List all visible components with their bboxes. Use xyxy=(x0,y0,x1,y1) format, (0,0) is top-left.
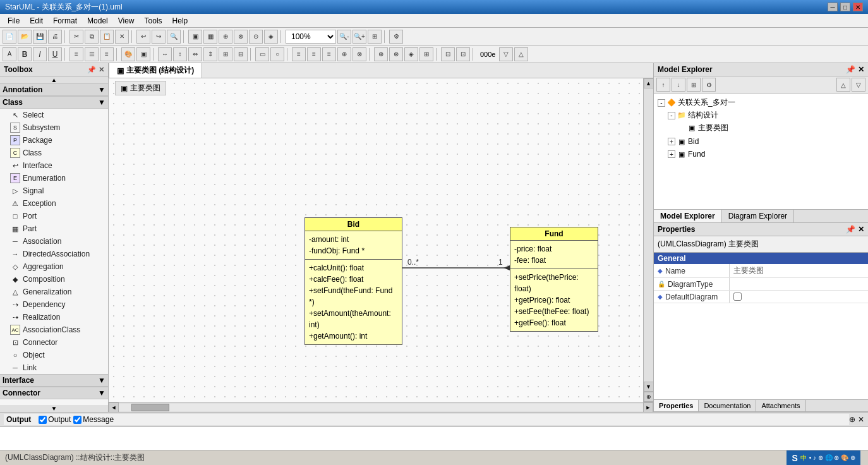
toolbox-item-signal[interactable]: ▷ Signal xyxy=(0,184,108,197)
menu-model[interactable]: Model xyxy=(82,14,113,28)
hscroll-thumb[interactable] xyxy=(131,404,169,411)
align-left[interactable]: ≡ xyxy=(69,47,83,61)
zoom-fit-button[interactable]: ⊞ xyxy=(368,30,382,44)
toolbox-item-association-class[interactable]: AC AssociationClass xyxy=(0,323,108,336)
diagram-tab-main[interactable]: ▣ 主要类图 (结构设计) xyxy=(109,63,202,78)
toolbox-close-icon[interactable]: ✕ xyxy=(99,66,104,74)
extra-btn10[interactable]: ⊡ xyxy=(441,47,455,61)
canvas-vscroll[interactable]: ▲ ▼ ⊕ xyxy=(643,78,653,402)
tree-row-diagram[interactable]: - ▣ 主要类图 xyxy=(677,122,865,134)
italic-button[interactable]: I xyxy=(33,47,47,61)
props-val-diagramtype[interactable] xyxy=(730,278,868,290)
zoom-in-button[interactable]: 🔍+ xyxy=(353,30,366,44)
toolbox-item-select[interactable]: ↖ Select xyxy=(0,109,108,121)
me-pin-icon[interactable]: 📌 xyxy=(846,65,855,74)
bold-button[interactable]: B xyxy=(18,47,32,61)
toolbox-item-object[interactable]: ○ Object xyxy=(0,349,108,361)
print-button[interactable]: 🖨 xyxy=(48,30,62,44)
me-down[interactable]: ▽ xyxy=(852,78,865,92)
props-checkbox-defaultdiagram[interactable] xyxy=(733,293,742,301)
toolbox-item-package[interactable]: P Package xyxy=(0,134,108,147)
toolbox-pin-icon[interactable]: 📌 xyxy=(87,66,96,74)
output-expand-icon[interactable]: ⊕ xyxy=(849,415,855,424)
extra-btn6[interactable]: ⊕ xyxy=(374,47,388,61)
tree-expand-root[interactable]: - xyxy=(658,99,665,107)
shape-btn2[interactable]: ○ xyxy=(270,47,284,61)
align-right[interactable]: ≡ xyxy=(100,47,114,61)
extra-btn11[interactable]: ⊡ xyxy=(456,47,470,61)
toolbox-item-association[interactable]: ─ Association xyxy=(0,235,108,248)
extra-btn5[interactable]: ⊗ xyxy=(353,47,366,61)
align-center[interactable]: ☰ xyxy=(85,47,99,61)
tb-icon5[interactable]: ⊙ xyxy=(249,30,263,44)
delete-button[interactable]: ✕ xyxy=(115,30,129,44)
props-val-defaultdiagram[interactable] xyxy=(730,291,868,303)
output-close-icon[interactable]: ✕ xyxy=(858,415,864,424)
cut-button[interactable]: ✂ xyxy=(69,30,83,44)
tree-expand-structure[interactable]: - xyxy=(668,112,675,119)
tree-row-root[interactable]: - 🔶 关联关系_多对一 xyxy=(656,97,865,109)
fund-class[interactable]: Fund -price: float -fee: float +setPrice… xyxy=(510,227,598,332)
output-tab-output[interactable]: Output xyxy=(39,415,71,424)
minimize-button[interactable]: ─ xyxy=(828,3,838,11)
undo-button[interactable]: ↩ xyxy=(136,30,150,44)
extra-btn9[interactable]: ⊞ xyxy=(419,47,433,61)
close-button[interactable]: ✕ xyxy=(853,3,863,11)
me-tab-diagram[interactable]: Diagram Explorer xyxy=(722,210,794,222)
tb-icon4[interactable]: ⊗ xyxy=(234,30,248,44)
fill-button[interactable]: ▣ xyxy=(136,47,150,61)
toolbox-header-icons[interactable]: 📌 ✕ xyxy=(87,66,104,74)
toolbox-item-dependency[interactable]: ⇢ Dependency xyxy=(0,298,108,311)
tree-row-structure[interactable]: - 📁 结构设计 xyxy=(666,109,865,121)
toolbox-item-class[interactable]: C Class xyxy=(0,147,108,159)
me-header-icons[interactable]: 📌 ✕ xyxy=(846,65,864,74)
paste-button[interactable]: 📋 xyxy=(100,30,114,44)
redo-button[interactable]: ↪ xyxy=(152,30,166,44)
extra-btn8[interactable]: ◈ xyxy=(404,47,418,61)
canvas-expand-btn[interactable]: ⊕ xyxy=(644,392,654,402)
hscroll-left-btn[interactable]: ◄ xyxy=(109,402,119,413)
toolbox-item-generalization[interactable]: △ Generalization xyxy=(0,286,108,298)
menu-tools[interactable]: Tools xyxy=(140,14,167,28)
open-button[interactable]: 📂 xyxy=(18,30,32,44)
font-button[interactable]: A xyxy=(3,47,16,61)
props-tab-attachments[interactable]: Attachments xyxy=(756,400,805,411)
toolbox-item-part[interactable]: ▦ Part xyxy=(0,222,108,235)
maximize-button[interactable]: □ xyxy=(840,3,850,11)
bid-class[interactable]: Bid -amount: int -fundObj: Fund * +calcU… xyxy=(304,217,402,345)
menu-edit[interactable]: Edit xyxy=(25,14,48,28)
layout-btn5[interactable]: ⊞ xyxy=(219,47,232,61)
extra-btn13[interactable]: △ xyxy=(514,47,528,61)
extra-btn12[interactable]: ▽ xyxy=(499,47,513,61)
hscroll-right-btn[interactable]: ► xyxy=(643,402,653,413)
layout-btn1[interactable]: ↔ xyxy=(158,47,172,61)
output-checkbox-message[interactable] xyxy=(73,416,81,424)
toolbox-item-aggregation[interactable]: ◇ Aggregation xyxy=(0,260,108,273)
me-filter[interactable]: ⊞ xyxy=(687,78,701,92)
toolbox-item-subsystem[interactable]: S Subsystem xyxy=(0,121,108,134)
toolbox-item-port[interactable]: □ Port xyxy=(0,210,108,222)
tree-row-fund[interactable]: + ▣ Fund xyxy=(666,148,865,160)
menu-view[interactable]: View xyxy=(113,14,140,28)
me-up[interactable]: △ xyxy=(836,78,850,92)
extra-btn3[interactable]: ≡ xyxy=(322,47,336,61)
extra-btn1[interactable]: ≡ xyxy=(292,47,306,61)
toolbox-scroll-up[interactable]: ▲ xyxy=(0,76,108,83)
menu-help[interactable]: Help xyxy=(167,14,193,28)
zoom-out-button[interactable]: 🔍- xyxy=(337,30,351,44)
me-sort-asc[interactable]: ↑ xyxy=(656,78,670,92)
props-row-defaultdiagram[interactable]: ◆ DefaultDiagram xyxy=(654,291,868,303)
zoom-select[interactable]: 100% 50% 75% 125% 150% xyxy=(286,30,336,44)
toolbox-scroll-down[interactable]: ▼ xyxy=(0,405,108,412)
vscroll-up-btn[interactable]: ▲ xyxy=(644,78,654,88)
props-row-name[interactable]: ◆ Name 主要类图 xyxy=(654,264,868,278)
vscroll-down-btn[interactable]: ▼ xyxy=(644,382,654,392)
menu-format[interactable]: Format xyxy=(48,14,82,28)
titlebar-controls[interactable]: ─ □ ✕ xyxy=(828,3,863,11)
toolbox-item-connector[interactable]: ⊡ Connector xyxy=(0,336,108,349)
toolbox-section-connector[interactable]: Connector ▼ xyxy=(0,387,108,399)
toolbox-item-enumeration[interactable]: E Enumeration xyxy=(0,172,108,184)
layout-btn2[interactable]: ↕ xyxy=(173,47,187,61)
toolbox-item-realization[interactable]: ⇢ Realization xyxy=(0,311,108,323)
extra-btn4[interactable]: ⊕ xyxy=(337,47,351,61)
